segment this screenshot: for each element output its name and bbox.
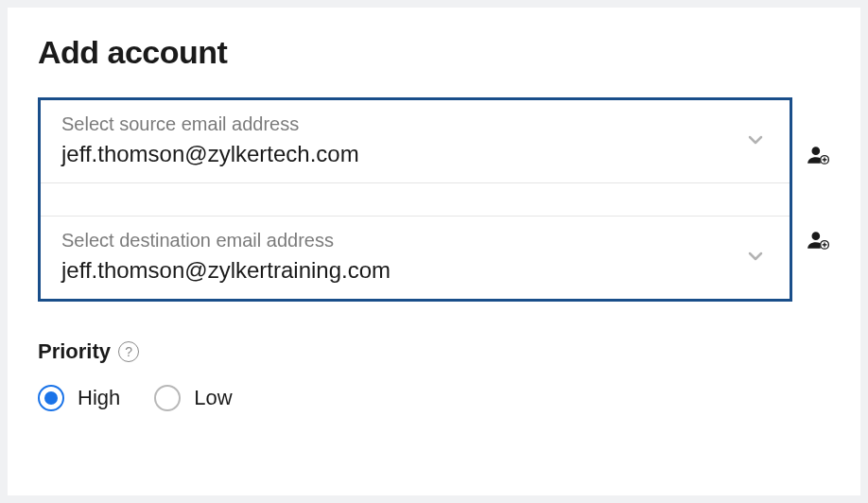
source-email-label: Select source email address (61, 113, 769, 135)
radio-unselected-icon (154, 385, 181, 411)
destination-email-select[interactable]: Select destination email address jeff.th… (41, 217, 790, 299)
priority-radio-group: High Low (38, 385, 830, 411)
selector-spacer (41, 182, 790, 217)
source-email-value: jeff.thomson@zylkertech.com (61, 141, 769, 167)
priority-header: Priority ? (38, 339, 830, 364)
priority-label: Priority (38, 339, 111, 364)
priority-section: Priority ? High Low (38, 339, 830, 411)
email-selectors-row: Select source email address jeff.thomson… (38, 97, 830, 302)
add-user-icon[interactable] (806, 228, 830, 256)
page-title: Add account (38, 34, 830, 71)
email-selectors: Select source email address jeff.thomson… (38, 97, 792, 302)
chevron-down-icon (744, 245, 767, 271)
add-account-panel: Add account Select source email address … (8, 8, 860, 495)
radio-label: High (78, 386, 120, 410)
destination-email-value: jeff.thomson@zylkertraining.com (61, 257, 769, 284)
priority-radio-low[interactable]: Low (154, 385, 232, 411)
radio-selected-icon (38, 385, 64, 411)
priority-radio-high[interactable]: High (38, 385, 120, 411)
help-icon[interactable]: ? (118, 341, 139, 362)
add-user-icon[interactable] (806, 143, 830, 171)
chevron-down-icon (744, 129, 767, 155)
side-icons-column (806, 97, 830, 302)
destination-email-label: Select destination email address (61, 230, 769, 252)
radio-label: Low (194, 386, 232, 410)
source-email-select[interactable]: Select source email address jeff.thomson… (41, 100, 790, 182)
